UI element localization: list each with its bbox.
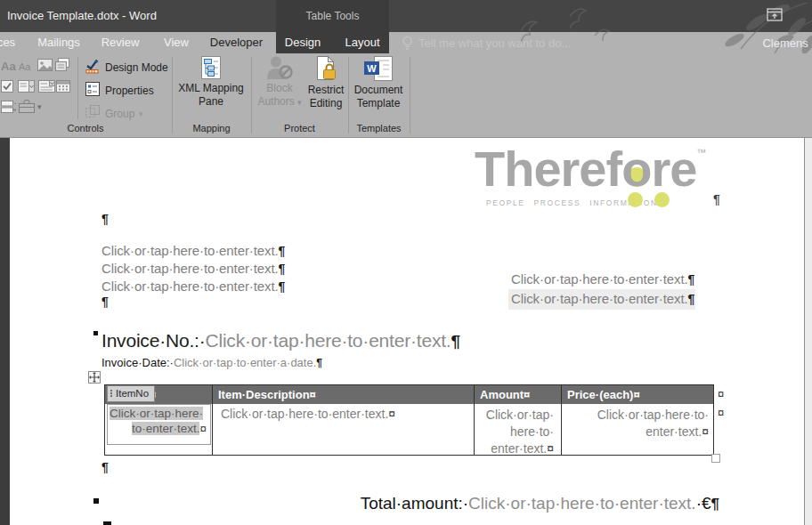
repeating-section-control-icon[interactable] bbox=[1, 101, 16, 114]
group-icon bbox=[85, 105, 100, 119]
tab-references-partial[interactable]: ces bbox=[0, 32, 18, 53]
header-text: Amount bbox=[480, 388, 524, 401]
table-move-handle[interactable] bbox=[88, 371, 101, 384]
table-cell-description[interactable]: Click·or·tap·here·to·enter·text.¤ bbox=[213, 404, 475, 455]
invoice-date-placeholder[interactable]: Click·or·tap·to·enter·a·date. bbox=[174, 356, 316, 369]
table-header-description[interactable]: Item·Description¤ bbox=[213, 385, 475, 404]
legacy-tools-icon[interactable] bbox=[19, 100, 35, 113]
properties-button[interactable]: Properties bbox=[105, 85, 154, 97]
table-cell-price[interactable]: Click·or·tap·here·to· enter·text.¤ bbox=[562, 404, 713, 455]
restrict-editing-icon bbox=[314, 55, 337, 82]
pilcrow: ¶ bbox=[279, 279, 286, 294]
properties-icon[interactable] bbox=[85, 82, 100, 96]
tab-developer[interactable]: Developer bbox=[199, 32, 273, 53]
account-user-name[interactable]: Clemens P bbox=[762, 36, 812, 50]
invoice-no-placeholder[interactable]: Click·or·tap·here·to·enter·text. bbox=[205, 330, 451, 351]
placeholder-text[interactable]: Click·or·tap·here·to·enter·text. bbox=[102, 279, 279, 294]
placeholder-text[interactable]: Click·or·tap·here·to·enter·text. bbox=[511, 271, 688, 287]
table-header-price[interactable]: Price·(each)¤ bbox=[562, 385, 713, 404]
address-placeholder-block: Click·or·tap·here·to·enter·text.¶ Click·… bbox=[102, 242, 285, 295]
window-title: Invoice Template.dotx - Word bbox=[7, 9, 157, 22]
templates-group-label: Templates bbox=[349, 123, 409, 133]
placeholder-text[interactable]: Click·or·tap·here· bbox=[110, 407, 203, 420]
right-placeholder-highlight[interactable]: Click·or·tap·here·to·enter·text.¶ bbox=[508, 289, 695, 310]
restrict-editing-button[interactable]: Restrict Editing bbox=[303, 55, 349, 121]
row-end-mark: ¤ bbox=[718, 406, 724, 419]
tab-mailings[interactable]: Mailings bbox=[32, 32, 85, 53]
rich-text-control-icon[interactable]: Aa bbox=[1, 60, 16, 73]
pilcrow: ¶ bbox=[102, 295, 109, 309]
table-resize-handle[interactable] bbox=[711, 454, 720, 463]
content-control-tag-itemno[interactable]: ItemNo bbox=[107, 385, 155, 402]
protect-group-label: Protect bbox=[252, 123, 347, 133]
logo-wordmark: Therefore™ bbox=[475, 144, 706, 194]
placeholder-text[interactable]: here·to· bbox=[510, 424, 554, 439]
placeholder-text[interactable]: Click·or·tap·here·to·enter·text. bbox=[511, 291, 688, 306]
tell-me-box[interactable]: Tell me what you want to do... bbox=[418, 36, 571, 50]
block-authors-icon bbox=[266, 55, 293, 80]
table-tools-label: Table Tools bbox=[276, 10, 389, 22]
logo-o: o bbox=[621, 141, 651, 197]
placeholder-text[interactable]: enter·text. bbox=[491, 441, 547, 456]
tag-handle-icon[interactable] bbox=[110, 390, 112, 392]
ribbon-display-options-icon[interactable] bbox=[767, 8, 783, 21]
group-button: Group bbox=[105, 108, 134, 120]
building-block-gallery-icon[interactable] bbox=[55, 58, 69, 71]
address-placeholder-line[interactable]: Click·or·tap·here·to·enter·text.¶ bbox=[102, 260, 285, 278]
tab-view[interactable]: View bbox=[158, 32, 194, 53]
header-text: Price·(each) bbox=[567, 388, 633, 401]
cell-end-mark: ¤ bbox=[547, 441, 554, 456]
pilcrow: ¶ bbox=[451, 332, 459, 351]
vertical-scrollbar[interactable] bbox=[804, 138, 812, 525]
plain-text-control-icon[interactable]: Aa bbox=[19, 61, 30, 72]
legacy-tools-caret[interactable]: ▾ bbox=[37, 102, 42, 111]
cell-end-mark: ¤ bbox=[388, 407, 395, 421]
placeholder-text[interactable]: to·enter·text. bbox=[132, 422, 200, 435]
placeholder-text[interactable]: Click·or·tap·here·to·enter·text. bbox=[102, 243, 279, 258]
invoice-no-label: Invoice·No.:· bbox=[102, 330, 205, 351]
checkbox-control-icon[interactable] bbox=[1, 80, 14, 93]
document-canvas bbox=[0, 138, 10, 525]
tag-label: ItemNo bbox=[116, 388, 149, 399]
address-placeholder-line[interactable]: Click·or·tap·here·to·enter·text.¶ bbox=[102, 278, 285, 295]
tab-layout[interactable]: Layout bbox=[340, 32, 385, 53]
xml-mapping-pane-button[interactable]: XML Mapping Pane bbox=[176, 55, 246, 121]
heading-bullet bbox=[93, 498, 99, 504]
combo-box-control-icon[interactable] bbox=[18, 80, 35, 93]
total-amount-line[interactable]: Total·amount:·Click·or·tap·here·to·enter… bbox=[267, 494, 719, 513]
invoice-no-line[interactable]: Invoice·No.:·Click·or·tap·here·to·enter·… bbox=[102, 330, 460, 351]
total-label: Total·amount:· bbox=[361, 494, 468, 513]
design-mode-button[interactable]: Design Mode bbox=[105, 61, 168, 74]
tab-design[interactable]: Design bbox=[281, 32, 324, 53]
document-template-button[interactable]: W Document Template bbox=[349, 55, 408, 121]
block-authors-button: Block Authors ▾ bbox=[256, 55, 303, 121]
placeholder-text[interactable]: Click·or·tap·here·to·enter·text. bbox=[102, 261, 279, 276]
pilcrow: ¶ bbox=[102, 212, 109, 226]
total-placeholder[interactable]: Click·or·tap·here·to·enter·text. bbox=[468, 494, 696, 513]
pilcrow: ¶ bbox=[688, 292, 695, 306]
pilcrow: ¶ bbox=[279, 262, 286, 276]
placeholder-text[interactable]: enter·text. bbox=[646, 424, 702, 439]
table-header-amount[interactable]: Amount¤ bbox=[475, 385, 562, 404]
placeholder-text[interactable]: Click·or·tap·here·to· bbox=[597, 408, 709, 422]
xml-mapping-icon bbox=[199, 55, 223, 80]
invoice-date-line[interactable]: Invoice·Date:·Click·or·tap·to·enter·a·da… bbox=[102, 356, 322, 369]
tab-review[interactable]: Review bbox=[98, 32, 142, 53]
item-no-content-control[interactable]: Click·or·tap·here· to·enter·text.¤ bbox=[107, 404, 211, 445]
address-placeholder-line[interactable]: Click·or·tap·here·to·enter·text.¶ bbox=[102, 242, 285, 260]
dropdown-list-control-icon[interactable] bbox=[38, 80, 55, 93]
right-placeholder-line[interactable]: Click·or·tap·here·to·enter·text.¶ bbox=[511, 271, 694, 287]
therefore-logo: Therefore™ PEOPLE PROCESS INFORMATION bbox=[475, 144, 733, 214]
table-cell-amount[interactable]: Click·or·tap· here·to· enter·text.¤ bbox=[475, 404, 562, 455]
picture-control-icon[interactable] bbox=[37, 59, 53, 71]
pilcrow-after-logo: ¶ bbox=[713, 192, 720, 206]
design-mode-icon[interactable] bbox=[85, 58, 101, 74]
placeholder-text[interactable]: Click·or·tap· bbox=[486, 408, 554, 422]
word-badge: W bbox=[367, 63, 377, 74]
date-picker-control-icon[interactable] bbox=[56, 79, 70, 93]
logo-part1: Theref bbox=[475, 141, 621, 197]
placeholder-text[interactable]: Click·or·tap·here·to·enter·text. bbox=[221, 407, 388, 421]
invoice-date-label: Invoice·Date:· bbox=[102, 356, 174, 369]
header-text: Item·Description bbox=[218, 388, 310, 401]
logo-trademark: ™ bbox=[696, 147, 706, 158]
